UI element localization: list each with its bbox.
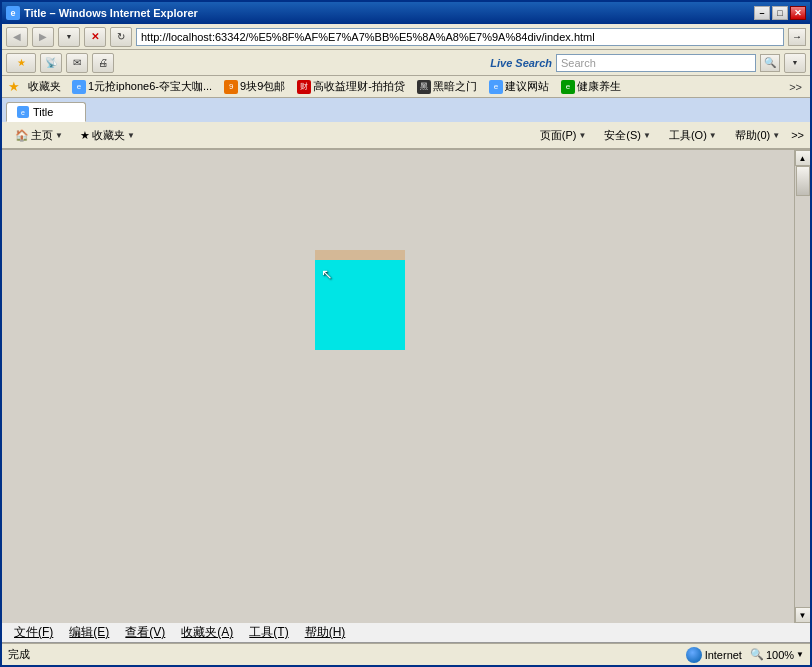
status-text: 完成 xyxy=(8,647,30,662)
search-bar: ★ 📡 ✉ 🖨 Live Search Search 🔍 ▼ xyxy=(2,50,810,76)
toolbar-right: 页面(P) ▼ 安全(S) ▼ 工具(O) ▼ 帮助(0) ▼ >> xyxy=(533,125,804,146)
fav-toolbar-arrow: ▼ xyxy=(127,131,135,140)
scroll-down-arrow[interactable]: ▼ xyxy=(795,607,811,623)
favorites-label: 收藏夹 xyxy=(24,79,65,94)
security-button[interactable]: 安全(S) ▼ xyxy=(597,125,658,146)
fav-icon-3: 黑 xyxy=(417,80,431,94)
tab-0[interactable]: e Title xyxy=(6,102,86,122)
home-arrow: ▼ xyxy=(55,131,63,140)
close-button[interactable]: ✕ xyxy=(790,6,806,20)
fav-item-4[interactable]: e 建议网站 xyxy=(484,78,554,95)
toolbar-more[interactable]: >> xyxy=(791,129,804,141)
canvas-top-bar xyxy=(315,250,405,260)
minimize-button[interactable]: – xyxy=(754,6,770,20)
menu-edit[interactable]: 编辑(E) xyxy=(61,622,117,643)
search-input[interactable]: Search xyxy=(556,54,756,72)
cyan-box[interactable] xyxy=(315,260,405,350)
ie-icon: e xyxy=(6,6,20,20)
home-button[interactable]: 🏠 主页 ▼ xyxy=(8,125,70,146)
fav-label-5: 健康养生 xyxy=(577,79,621,94)
security-label: 安全(S) xyxy=(604,128,641,143)
feeds-button[interactable]: 📡 xyxy=(40,53,62,73)
home-icon: 🏠 xyxy=(15,129,29,142)
title-bar-left: e Title – Windows Internet Explorer xyxy=(6,6,198,20)
fav-toolbar-label: 收藏夹 xyxy=(92,128,125,143)
fav-item-2[interactable]: 财 高收益理财-拍拍贷 xyxy=(292,78,410,95)
favorites-more[interactable]: >> xyxy=(785,81,806,93)
tools-button[interactable]: 工具(O) ▼ xyxy=(662,125,724,146)
status-zone: Internet xyxy=(686,647,742,663)
zoom-control: 🔍 100% ▼ xyxy=(750,648,804,661)
scroll-up-arrow[interactable]: ▲ xyxy=(795,150,811,166)
print-button[interactable]: 🖨 xyxy=(92,53,114,73)
menu-tools[interactable]: 工具(T) xyxy=(241,622,296,643)
fav-icon-2: 财 xyxy=(297,80,311,94)
zone-label: Internet xyxy=(705,649,742,661)
tab-label-0: Title xyxy=(33,106,53,118)
fav-label-2: 高收益理财-拍拍贷 xyxy=(313,79,405,94)
menu-file[interactable]: 文件(F) xyxy=(6,622,61,643)
favorites-toolbar-button[interactable]: ★ 收藏夹 ▼ xyxy=(73,125,142,146)
home-label: 主页 xyxy=(31,128,53,143)
forward-button[interactable]: ▶ xyxy=(32,27,54,47)
nav-toolbar: 🏠 主页 ▼ ★ 收藏夹 ▼ 页面(P) ▼ 安全(S) ▼ 工具(O) ▼ xyxy=(2,122,810,150)
fav-item-3[interactable]: 黑 黑暗之门 xyxy=(412,78,482,95)
scroll-track xyxy=(795,166,811,607)
internet-icon xyxy=(686,647,702,663)
fav-label-4: 建议网站 xyxy=(505,79,549,94)
menu-view-label: 查看(V) xyxy=(125,625,165,639)
menu-favorites[interactable]: 收藏夹(A) xyxy=(173,622,241,643)
help-arrow: ▼ xyxy=(772,131,780,140)
page-arrow: ▼ xyxy=(578,131,586,140)
favorites-bar: ★ 收藏夹 e 1元抢iphone6-夺宝大咖... 9 9块9包邮 财 高收益… xyxy=(2,76,810,98)
page-button[interactable]: 页面(P) ▼ xyxy=(533,125,594,146)
fav-label-3: 黑暗之门 xyxy=(433,79,477,94)
page-label: 页面(P) xyxy=(540,128,577,143)
back-button[interactable]: ◀ xyxy=(6,27,28,47)
menu-favorites-label: 收藏夹(A) xyxy=(181,625,233,639)
favorites-button[interactable]: ★ xyxy=(6,53,36,73)
fav-item-5[interactable]: e 健康养生 xyxy=(556,78,626,95)
refresh-button[interactable]: ↻ xyxy=(110,27,132,47)
menu-edit-label: 编辑(E) xyxy=(69,625,109,639)
fav-icon-0: e xyxy=(72,80,86,94)
menu-bar: 文件(F) 编辑(E) 查看(V) 收藏夹(A) 工具(T) 帮助(H) xyxy=(2,623,810,643)
title-bar-controls: – □ ✕ xyxy=(754,6,806,20)
read-button[interactable]: ✉ xyxy=(66,53,88,73)
security-arrow: ▼ xyxy=(643,131,651,140)
help-button[interactable]: 帮助(0) ▼ xyxy=(728,125,787,146)
toolbar-left: 🏠 主页 ▼ ★ 收藏夹 ▼ xyxy=(8,125,142,146)
restore-button[interactable]: □ xyxy=(772,6,788,20)
title-bar: e Title – Windows Internet Explorer – □ … xyxy=(2,2,810,24)
address-bar: ◀ ▶ ▼ ✕ ↻ http://localhost:63342/%E5%8F%… xyxy=(2,24,810,50)
search-go-button[interactable]: 🔍 xyxy=(760,54,780,72)
search-arrow[interactable]: ▼ xyxy=(784,53,806,73)
address-field[interactable]: http://localhost:63342/%E5%8F%AF%E7%A7%B… xyxy=(136,28,784,46)
go-button[interactable]: → xyxy=(788,28,806,46)
tools-label: 工具(O) xyxy=(669,128,707,143)
fav-icon-5: e xyxy=(561,80,575,94)
scroll-thumb[interactable] xyxy=(796,166,810,196)
vertical-scrollbar: ▲ ▼ xyxy=(794,150,810,623)
tab-icon-0: e xyxy=(17,106,29,118)
search-placeholder: Search xyxy=(561,57,596,69)
menu-view[interactable]: 查看(V) xyxy=(117,622,173,643)
menu-help-label: 帮助(H) xyxy=(305,625,346,639)
menu-file-label: 文件(F) xyxy=(14,625,53,639)
window-title: Title – Windows Internet Explorer xyxy=(24,7,198,19)
fav-icon-1: 9 xyxy=(224,80,238,94)
zoom-arrow[interactable]: ▼ xyxy=(796,650,804,659)
zoom-icon: 🔍 xyxy=(750,648,764,661)
fav-label-1: 9块9包邮 xyxy=(240,79,285,94)
help-label: 帮助(0) xyxy=(735,128,770,143)
stop-button[interactable]: ✕ xyxy=(84,27,106,47)
fav-item-0[interactable]: e 1元抢iphone6-夺宝大咖... xyxy=(67,78,217,95)
status-bar: 完成 Internet 🔍 100% ▼ xyxy=(2,643,810,665)
fav-toolbar-icon: ★ xyxy=(80,129,90,142)
zoom-label: 100% xyxy=(766,649,794,661)
menu-help[interactable]: 帮助(H) xyxy=(297,622,354,643)
nav-arrow-down[interactable]: ▼ xyxy=(58,27,80,47)
content-area: ↖ ▲ ▼ xyxy=(2,150,810,623)
fav-icon-4: e xyxy=(489,80,503,94)
fav-item-1[interactable]: 9 9块9包邮 xyxy=(219,78,290,95)
